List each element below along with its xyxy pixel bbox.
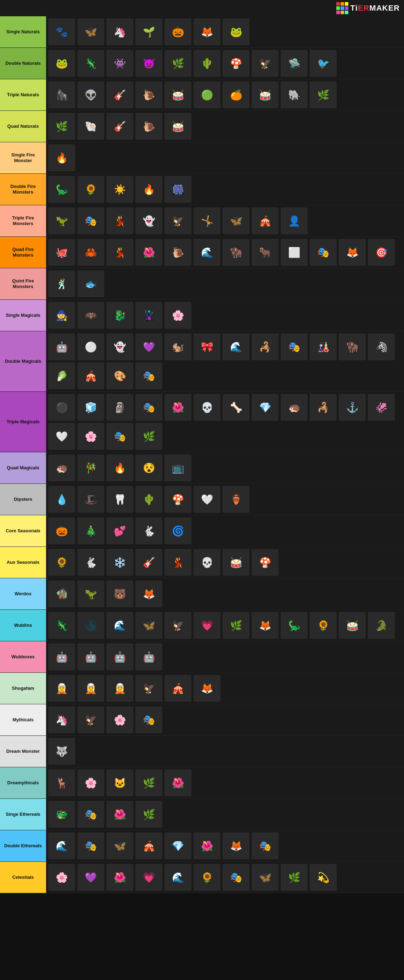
monster-cell[interactable]: 🌸 — [164, 301, 192, 329]
monster-cell[interactable]: 💗 — [135, 863, 163, 891]
monster-cell[interactable]: 🦎 — [48, 611, 76, 640]
monster-cell[interactable]: 🦋 — [105, 832, 134, 860]
monster-cell[interactable]: 🦖 — [77, 580, 105, 608]
monster-cell[interactable]: 🌿 — [280, 863, 308, 891]
monster-cell[interactable]: 🦅 — [77, 706, 105, 734]
monster-cell[interactable]: 🟢 — [193, 81, 221, 109]
monster-cell[interactable]: 🦋 — [135, 611, 163, 640]
monster-cell[interactable]: 🎭 — [135, 706, 163, 734]
monster-cell[interactable]: 🤖 — [105, 643, 134, 671]
monster-cell[interactable]: 🎭 — [135, 393, 163, 422]
monster-cell[interactable]: 🌿 — [164, 49, 192, 78]
monster-cell[interactable]: 🦅 — [164, 207, 192, 235]
monster-cell[interactable]: 🌻 — [309, 611, 337, 640]
monster-cell[interactable]: 🦴 — [222, 393, 250, 422]
monster-cell[interactable]: 🌱 — [135, 18, 163, 46]
monster-cell[interactable]: 🎸 — [105, 81, 134, 109]
monster-cell[interactable]: 🌻 — [77, 175, 105, 204]
monster-cell[interactable]: 🐿️ — [164, 332, 192, 361]
monster-cell[interactable]: 🦊 — [222, 832, 250, 860]
monster-cell[interactable]: ⬜ — [280, 238, 308, 267]
monster-cell[interactable]: 🐸 — [222, 18, 250, 46]
monster-cell[interactable]: 🌺 — [105, 863, 134, 891]
monster-cell[interactable]: ⚫ — [48, 393, 76, 422]
monster-cell[interactable]: 🦊 — [135, 580, 163, 608]
monster-cell[interactable]: 👾 — [105, 49, 134, 78]
monster-cell[interactable]: ☀️ — [105, 175, 134, 204]
monster-cell[interactable]: 🌻 — [48, 548, 76, 576]
monster-cell[interactable]: 🌺 — [164, 393, 192, 422]
monster-cell[interactable]: 🌵 — [193, 49, 221, 78]
monster-cell[interactable]: 🌿 — [48, 112, 76, 140]
monster-cell[interactable]: 🎭 — [280, 332, 308, 361]
monster-cell[interactable]: 🦇 — [77, 301, 105, 329]
monster-cell[interactable]: 💧 — [48, 485, 76, 514]
monster-cell[interactable]: 🎭 — [77, 800, 105, 829]
monster-cell[interactable]: 🦂 — [251, 332, 279, 361]
monster-cell[interactable]: 🎭 — [222, 863, 250, 891]
monster-cell[interactable]: 🐸 — [48, 49, 76, 78]
monster-cell[interactable]: ❄️ — [105, 548, 134, 576]
monster-cell[interactable]: 🦕 — [280, 611, 308, 640]
monster-cell[interactable]: 🌸 — [105, 706, 134, 734]
monster-cell[interactable]: 👻 — [135, 207, 163, 235]
monster-cell[interactable]: 🤖 — [48, 332, 76, 361]
monster-cell[interactable]: 🌵 — [135, 485, 163, 514]
monster-cell[interactable]: 🌊 — [222, 332, 250, 361]
monster-cell[interactable]: 🦅 — [164, 611, 192, 640]
monster-cell[interactable]: 🥁 — [164, 112, 192, 140]
monster-cell[interactable]: 💃 — [105, 238, 134, 267]
monster-cell[interactable]: 🦓 — [367, 332, 396, 361]
monster-cell[interactable]: 🔥 — [48, 144, 76, 172]
monster-cell[interactable]: 🌿 — [135, 769, 163, 797]
monster-cell[interactable]: 🐚 — [77, 112, 105, 140]
monster-cell[interactable]: 🤖 — [77, 643, 105, 671]
monster-cell[interactable]: 🎨 — [105, 362, 134, 390]
monster-cell[interactable]: 🏺 — [222, 485, 250, 514]
monster-cell[interactable]: 🐟 — [77, 270, 105, 298]
monster-cell[interactable]: 🎯 — [367, 238, 396, 267]
monster-cell[interactable]: 🎃 — [164, 18, 192, 46]
monster-cell[interactable]: 🤍 — [48, 422, 76, 450]
monster-cell[interactable]: 🦬 — [222, 238, 250, 267]
monster-cell[interactable]: 🌊 — [164, 863, 192, 891]
monster-cell[interactable]: 🐾 — [48, 18, 76, 46]
monster-cell[interactable]: 🐘 — [280, 81, 308, 109]
monster-cell[interactable]: 📺 — [164, 454, 192, 482]
monster-cell[interactable]: 😵 — [135, 454, 163, 482]
monster-cell[interactable]: 🌺 — [164, 769, 192, 797]
monster-cell[interactable]: 🦕 — [48, 175, 76, 204]
monster-cell[interactable]: 🎪 — [135, 832, 163, 860]
monster-cell[interactable]: 🥁 — [222, 548, 250, 576]
monster-cell[interactable]: 🍄 — [222, 49, 250, 78]
monster-cell[interactable]: ⚓ — [338, 393, 366, 422]
monster-cell[interactable]: 👻 — [105, 332, 134, 361]
monster-cell[interactable]: 🍊 — [222, 81, 250, 109]
monster-cell[interactable]: 🧊 — [77, 393, 105, 422]
monster-cell[interactable]: 🐱 — [105, 769, 134, 797]
monster-cell[interactable]: 💕 — [105, 517, 134, 545]
monster-cell[interactable]: 💃 — [105, 207, 134, 235]
monster-cell[interactable]: 🌑 — [77, 611, 105, 640]
monster-cell[interactable]: 🎆 — [164, 175, 192, 204]
monster-cell[interactable]: 🐌 — [135, 112, 163, 140]
monster-cell[interactable]: 💎 — [164, 832, 192, 860]
monster-cell[interactable]: 🍄 — [164, 485, 192, 514]
monster-cell[interactable]: 🦊 — [193, 674, 221, 703]
monster-cell[interactable]: 🦋 — [77, 18, 105, 46]
monster-cell[interactable]: 🎃 — [48, 517, 76, 545]
monster-cell[interactable]: 🐺 — [48, 737, 76, 765]
monster-cell[interactable]: 💃 — [164, 548, 192, 576]
monster-cell[interactable]: 🌺 — [105, 800, 134, 829]
monster-cell[interactable]: 🌊 — [193, 238, 221, 267]
monster-cell[interactable]: 🌸 — [48, 863, 76, 891]
monster-cell[interactable]: 🦋 — [222, 207, 250, 235]
monster-cell[interactable]: 🎩 — [77, 485, 105, 514]
monster-cell[interactable]: 🎎 — [309, 332, 337, 361]
monster-cell[interactable]: 🦎 — [77, 49, 105, 78]
monster-cell[interactable]: 🎄 — [77, 517, 105, 545]
monster-cell[interactable]: 🌸 — [77, 769, 105, 797]
monster-cell[interactable]: 🍄 — [251, 548, 279, 576]
monster-cell[interactable]: 🦌 — [48, 769, 76, 797]
monster-cell[interactable]: 🌻 — [193, 863, 221, 891]
